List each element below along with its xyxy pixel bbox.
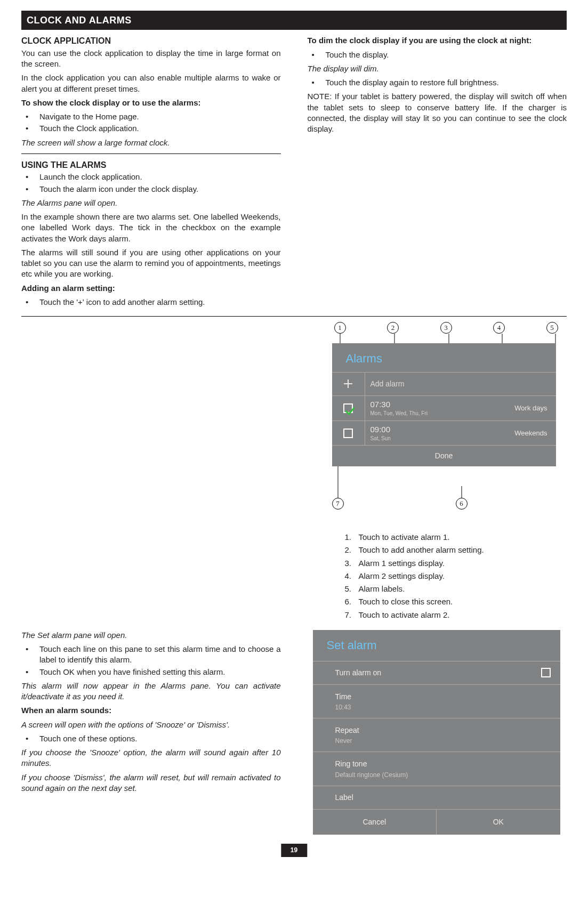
alarms-figure: 1 2 3 4 5 7 6	[308, 322, 567, 524]
right-column-top: To dim the clock display if you are usin…	[308, 35, 567, 311]
alarm2-time: 09:00	[370, 424, 510, 435]
callout-5: 5	[546, 322, 558, 334]
alarm-row-1[interactable]: 07:30 Mon, Tue, Wed, Thu, Fri Work days	[332, 396, 556, 421]
section-title-bar: CLOCK AND ALARMS	[21, 11, 567, 30]
legend-text: Alarm labels.	[359, 584, 405, 593]
alarm2-label: Weekends	[514, 429, 555, 438]
done-button[interactable]: Done	[332, 446, 556, 466]
add-alarm-row[interactable]: Add alarm	[332, 373, 556, 396]
legend-text: Touch to activate alarm 2.	[359, 610, 450, 619]
alarm1-checkbox[interactable]	[343, 403, 353, 413]
legend-text: Alarm 2 settings display.	[359, 571, 445, 580]
legend-num: 1.	[345, 532, 359, 543]
para-italic: If you choose the 'Snooze' option, the a…	[21, 747, 281, 769]
para-italic: A screen will open with the options of '…	[21, 720, 281, 730]
bullet: Touch one of these options.	[21, 733, 281, 744]
turn-alarm-on-label: Turn alarm on	[335, 668, 382, 678]
para-italic: If you choose 'Dismiss', the alarm will …	[21, 772, 281, 794]
bullet: Touch each line on this pane to set this…	[21, 644, 281, 666]
add-alarm-label: Add alarm	[370, 379, 405, 388]
bullet: Touch the '+' icon to add another alarm …	[21, 297, 281, 308]
callout-4: 4	[493, 322, 505, 334]
ok-button[interactable]: OK	[437, 810, 560, 835]
turn-alarm-on-checkbox[interactable]	[541, 668, 551, 677]
page-number: 19	[281, 844, 307, 856]
callout-3: 3	[440, 322, 452, 334]
divider	[21, 153, 281, 154]
para: You can use the clock application to dis…	[21, 48, 281, 70]
alarm1-time: 07:30	[370, 399, 510, 410]
heading-clock-application: CLOCK APPLICATION	[21, 35, 281, 47]
time-row[interactable]: Time 10:43	[313, 684, 560, 718]
set-alarm-title: Set alarm	[313, 630, 560, 661]
plus-icon[interactable]	[343, 379, 353, 389]
legend-num: 7.	[345, 610, 359, 620]
ringtone-row[interactable]: Ring tone Default ringtone (Cesium)	[313, 751, 560, 785]
para: In the clock application you can also en…	[21, 72, 281, 94]
para-italic: The Alarms pane will open.	[21, 198, 281, 208]
cancel-button[interactable]: Cancel	[313, 810, 437, 835]
ringtone-label: Ring tone	[335, 759, 367, 768]
alarms-pane-title: Alarms	[332, 343, 556, 373]
repeat-row[interactable]: Repeat Never	[313, 718, 560, 751]
legend-num: 2.	[345, 545, 359, 555]
legend-num: 6.	[345, 596, 359, 607]
bullet: Touch OK when you have finished setting …	[21, 667, 281, 677]
legend-text: Alarm 1 settings display.	[359, 559, 445, 568]
callout-7: 7	[332, 498, 344, 510]
legend-text: Touch to activate alarm 1.	[359, 532, 450, 542]
legend-text: Touch to add another alarm setting.	[359, 545, 484, 554]
legend-num: 4.	[345, 571, 359, 581]
heading-using-alarms: USING THE ALARMS	[21, 159, 281, 171]
bullet: Touch the display again to restore full …	[308, 77, 567, 88]
legend-text: Touch to close this screen.	[359, 597, 453, 606]
left-column-2	[21, 322, 281, 623]
alarms-panel: Alarms Add alarm 07:30 Mon, Tue, Wed, Th…	[332, 343, 556, 466]
callout-2: 2	[387, 322, 399, 334]
bullet: Touch the display.	[308, 50, 567, 60]
time-value: 10:43	[335, 703, 352, 712]
turn-alarm-on-row[interactable]: Turn alarm on	[313, 661, 560, 684]
para-bold: To dim the clock display if you are usin…	[308, 35, 567, 46]
para-note: NOTE: If your tablet is battery powered,…	[308, 91, 567, 134]
set-alarm-panel: Set alarm Turn alarm on Time 10:43 Repea…	[313, 630, 560, 835]
bullet: Navigate to the Home page.	[21, 111, 281, 122]
time-label: Time	[335, 692, 352, 701]
left-column-3: The Set alarm pane will open. Touch each…	[21, 630, 281, 835]
para-bold: Adding an alarm setting:	[21, 283, 281, 294]
legend-num: 5.	[345, 584, 359, 594]
alarm2-days: Sat, Sun	[370, 435, 510, 442]
left-column: CLOCK APPLICATION You can use the clock …	[21, 35, 281, 311]
repeat-value: Never	[335, 737, 359, 745]
alarm1-label: Work days	[514, 403, 555, 413]
bullet: Touch the alarm icon under the clock dis…	[21, 184, 281, 195]
bullet: Touch the Clock application.	[21, 123, 281, 134]
alarm2-checkbox[interactable]	[343, 429, 353, 438]
para-bold: To show the clock display or to use the …	[21, 98, 281, 108]
para: In the example shown there are two alarm…	[21, 212, 281, 244]
callout-1: 1	[334, 322, 346, 334]
divider	[21, 316, 567, 317]
label-label: Label	[335, 793, 353, 803]
para: The alarms will still sound if you are u…	[21, 247, 281, 280]
figure-legend: 1.Touch to activate alarm 1. 2.Touch to …	[345, 532, 567, 620]
right-column-figure: 1 2 3 4 5 7 6	[308, 322, 567, 623]
bullet: Launch the clock application.	[21, 172, 281, 182]
alarm1-days: Mon, Tue, Wed, Thu, Fri	[370, 410, 510, 417]
repeat-label: Repeat	[335, 726, 359, 734]
legend-num: 3.	[345, 558, 359, 569]
label-row[interactable]: Label	[313, 786, 560, 809]
para-italic: The Set alarm pane will open.	[21, 630, 281, 641]
alarm-row-2[interactable]: 09:00 Sat, Sun Weekends	[332, 421, 556, 446]
para-italic: The screen will show a large format cloc…	[21, 138, 281, 148]
right-column-setalarm: Set alarm Turn alarm on Time 10:43 Repea…	[308, 630, 567, 835]
para-italic: This alarm will now appear in the Alarms…	[21, 681, 281, 702]
para-bold: When an alarm sounds:	[21, 705, 281, 716]
callout-6: 6	[456, 498, 468, 510]
ringtone-value: Default ringtone (Cesium)	[335, 771, 408, 779]
para-italic: The display will dim.	[308, 63, 567, 74]
